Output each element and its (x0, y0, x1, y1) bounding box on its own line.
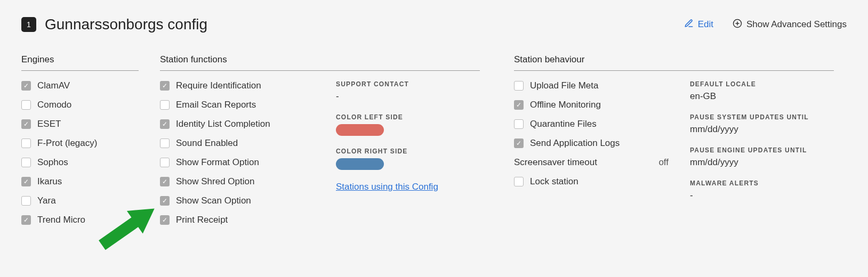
color-right-swatch[interactable] (336, 158, 384, 170)
engine-checkbox[interactable] (21, 119, 31, 129)
function-row[interactable]: Print Receipt (160, 215, 315, 225)
support-contact-value: - (336, 91, 480, 102)
function-checkbox[interactable] (160, 196, 170, 206)
malware-alerts-label: MALWARE ALERTS (690, 180, 834, 187)
behaviour-checkbox[interactable] (514, 119, 524, 129)
stations-using-config-link[interactable]: Stations using this Config (336, 182, 480, 192)
config-header: 1 Gunnarssonborgs config Edit Show Advan… (21, 16, 847, 33)
engine-checkbox[interactable] (21, 215, 31, 225)
engine-row[interactable]: ClamAV (21, 80, 139, 91)
show-advanced-label: Show Advanced Settings (746, 19, 847, 30)
function-row[interactable]: Require Identification (160, 80, 315, 91)
support-contact-label: SUPPORT CONTACT (336, 80, 480, 88)
behaviour-checkbox[interactable] (514, 81, 524, 91)
engine-checkbox[interactable] (21, 100, 31, 110)
behaviour-checkbox[interactable] (514, 100, 524, 110)
pause-system-value[interactable]: mm/dd/yyyy (690, 124, 834, 135)
behaviour-label: Upload File Meta (530, 80, 599, 91)
function-checkbox[interactable] (160, 158, 170, 167)
lock-station-row[interactable]: Lock station (514, 176, 669, 187)
color-right-label: COLOR RIGHT SIDE (336, 148, 480, 155)
function-checkbox[interactable] (160, 138, 170, 148)
function-row[interactable]: Identity List Completion (160, 119, 315, 129)
malware-alerts-value: - (690, 190, 834, 201)
lock-station-label: Lock station (530, 176, 578, 187)
behaviour-row[interactable]: Send Application Logs (514, 138, 669, 149)
engine-label: Comodo (37, 100, 71, 110)
engine-row[interactable]: F-Prot (legacy) (21, 138, 139, 149)
function-checkbox[interactable] (160, 177, 170, 186)
show-advanced-button[interactable]: Show Advanced Settings (733, 19, 847, 31)
header-right: Edit Show Advanced Settings (684, 19, 847, 31)
function-checkbox[interactable] (160, 119, 170, 129)
screensaver-value: off (658, 157, 669, 168)
engine-label: ClamAV (37, 80, 70, 91)
lock-station-checkbox[interactable] (514, 177, 524, 186)
function-checkbox[interactable] (160, 81, 170, 91)
station-functions-checklist: Require IdentificationEmail Scan Reports… (160, 80, 315, 234)
engines-column: Engines ClamAVComodoESETF-Prot (legacy)S… (21, 54, 139, 234)
engine-checkbox[interactable] (21, 196, 31, 206)
behaviour-row[interactable]: Upload File Meta (514, 80, 669, 91)
engine-label: Sophos (37, 157, 68, 168)
function-label: Show Format Option (176, 157, 259, 168)
default-locale-label: DEFAULT LOCALE (690, 80, 834, 88)
behaviour-row[interactable]: Offline Monitoring (514, 100, 669, 110)
behaviour-label: Offline Monitoring (530, 100, 601, 110)
function-label: Sound Enabled (176, 138, 238, 149)
header-left: 1 Gunnarssonborgs config (21, 16, 207, 33)
color-left-swatch[interactable] (336, 124, 384, 136)
screensaver-row: Screensaver timeout off (514, 157, 669, 168)
engine-row[interactable]: Ikarus (21, 176, 139, 187)
engine-checkbox[interactable] (21, 81, 31, 91)
station-behaviour-checklist: Upload File MetaOffline MonitoringQuaran… (514, 80, 669, 213)
station-behaviour-title: Station behaviour (514, 54, 834, 71)
engine-label: Trend Micro (37, 215, 85, 225)
function-row[interactable]: Show Format Option (160, 157, 315, 168)
function-label: Print Receipt (176, 215, 228, 225)
function-label: Show Shred Option (176, 176, 254, 187)
default-locale-value: en-GB (690, 91, 834, 102)
engine-checkbox[interactable] (21, 177, 31, 186)
function-row[interactable]: Email Scan Reports (160, 100, 315, 110)
engine-row[interactable]: ESET (21, 119, 139, 129)
behaviour-row[interactable]: Quarantine Files (514, 119, 669, 129)
edit-label: Edit (698, 19, 713, 30)
engine-row[interactable]: Comodo (21, 100, 139, 110)
station-functions-section: Station functions Require Identification… (160, 54, 493, 234)
station-functions-title: Station functions (160, 54, 480, 71)
engine-label: Yara (37, 195, 56, 206)
config-body: Engines ClamAVComodoESETF-Prot (legacy)S… (21, 54, 847, 234)
function-checkbox[interactable] (160, 100, 170, 110)
engine-row[interactable]: Sophos (21, 157, 139, 168)
function-row[interactable]: Show Shred Option (160, 176, 315, 187)
page-title: Gunnarssonborgs config (45, 16, 207, 33)
function-label: Require Identification (176, 80, 261, 91)
engine-label: Ikarus (37, 176, 62, 187)
function-row[interactable]: Sound Enabled (160, 138, 315, 149)
engine-checkbox[interactable] (21, 138, 31, 148)
behaviour-label: Quarantine Files (530, 119, 597, 129)
function-checkbox[interactable] (160, 215, 170, 225)
pause-system-label: PAUSE SYSTEM UPDATES UNTIL (690, 113, 834, 121)
engine-label: ESET (37, 119, 61, 129)
behaviour-label: Send Application Logs (530, 138, 620, 149)
station-behaviour-meta: DEFAULT LOCALE en-GB PAUSE SYSTEM UPDATE… (690, 80, 834, 213)
function-label: Show Scan Option (176, 195, 251, 206)
engines-list: ClamAVComodoESETF-Prot (legacy)SophosIka… (21, 80, 139, 225)
screensaver-label: Screensaver timeout (514, 157, 597, 168)
function-row[interactable]: Show Scan Option (160, 195, 315, 206)
engine-row[interactable]: Yara (21, 195, 139, 206)
engine-row[interactable]: Trend Micro (21, 215, 139, 225)
plus-circle-icon (733, 19, 742, 31)
function-label: Identity List Completion (176, 119, 270, 129)
edit-button[interactable]: Edit (684, 19, 713, 31)
station-functions-meta: SUPPORT CONTACT - COLOR LEFT SIDE COLOR … (336, 80, 480, 234)
config-index-badge: 1 (21, 17, 36, 32)
engine-label: F-Prot (legacy) (37, 138, 97, 149)
engine-checkbox[interactable] (21, 158, 31, 167)
station-behaviour-section: Station behaviour Upload File MetaOfflin… (514, 54, 847, 234)
behaviour-checkbox[interactable] (514, 138, 524, 148)
edit-icon (684, 19, 694, 31)
pause-engine-value[interactable]: mm/dd/yyyy (690, 157, 834, 168)
